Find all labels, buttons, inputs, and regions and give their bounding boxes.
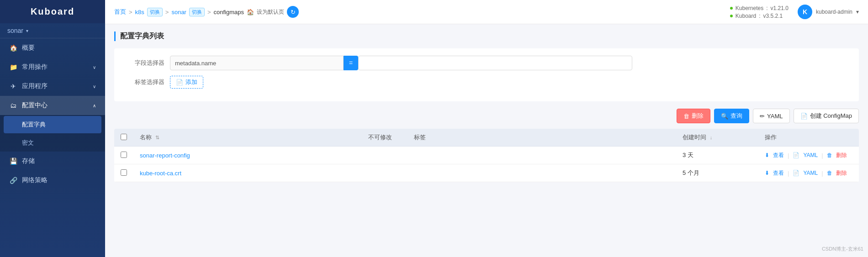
query-button[interactable]: 🔍 查询: [714, 109, 749, 123]
set-default-page[interactable]: 设为默认页: [257, 8, 284, 16]
sidebar-sub-label: 配置字典: [22, 121, 46, 129]
row-tags-cell: [408, 164, 676, 182]
query-label: 查询: [730, 112, 742, 120]
kubernetes-version: v1.21.0: [771, 5, 789, 11]
sidebar-item-common-ops[interactable]: 📁 常用操作 ∨: [0, 58, 105, 77]
main-content: 首页 > k8s 切换 > sonar 切换 > configmaps 🏠 设为…: [105, 0, 868, 257]
trash-icon: 🗑: [827, 170, 832, 176]
yaml-button[interactable]: ✏ YAML: [753, 109, 789, 123]
table-row: sonar-report-config 3 天: [114, 147, 859, 164]
configmap-name-link[interactable]: sonar-report-config: [140, 152, 190, 159]
delete-link[interactable]: 删除: [836, 169, 847, 177]
row-created-cell: 5 个月: [676, 164, 758, 182]
divider: |: [788, 152, 789, 159]
sidebar-item-overview[interactable]: 🏠 概要: [0, 38, 105, 58]
trash-icon: 🗑: [827, 152, 832, 158]
breadcrumb-namespace-switch[interactable]: 切换: [189, 8, 205, 16]
sidebar-item-apps[interactable]: ✈ 应用程序 ∨: [0, 77, 105, 96]
user-menu[interactable]: K kuboard-admin ▾: [798, 5, 859, 19]
field-selector-input[interactable]: [170, 56, 344, 70]
row-immutable-cell: [362, 147, 408, 164]
yaml-link[interactable]: YAML: [803, 152, 818, 158]
user-chevron: ▾: [856, 9, 859, 15]
table: 名称 ⇅ 不可修改 标签 创建时间 ↓: [114, 129, 859, 182]
delete-link[interactable]: 删除: [836, 152, 847, 159]
field-selector-row: 字段选择器 =: [123, 56, 850, 70]
storage-icon: 💾: [9, 157, 17, 165]
sidebar-item-config-dict[interactable]: 配置字典: [4, 116, 101, 133]
row-name-cell: sonar-report-config: [133, 147, 362, 164]
field-value-input[interactable]: [358, 56, 632, 70]
kube-info: Kubernetes : v1.21.0 Kuboard : v3.5.2.1: [730, 5, 789, 19]
home-icon: 🏠: [247, 9, 254, 16]
col-created-header[interactable]: 创建时间 ↓: [676, 129, 758, 147]
apps-icon: ✈: [9, 83, 17, 90]
breadcrumb-namespace[interactable]: sonar: [171, 9, 186, 16]
refresh-button[interactable]: ↻: [287, 6, 299, 18]
table-header-row: 名称 ⇅ 不可修改 标签 创建时间 ↓: [114, 129, 859, 147]
created-value: 5 个月: [683, 169, 699, 176]
kuboard-dot: [730, 15, 733, 17]
header: 首页 > k8s 切换 > sonar 切换 > configmaps 🏠 设为…: [105, 0, 868, 24]
breadcrumb-sep: >: [129, 9, 132, 16]
kuboard-colon: :: [759, 13, 760, 19]
delete-button[interactable]: 🗑 删除: [677, 109, 710, 123]
view-link[interactable]: 查看: [773, 152, 784, 159]
col-created-label: 创建时间: [683, 134, 706, 141]
chevron-down-icon: ∨: [93, 84, 96, 89]
col-name-header[interactable]: 名称 ⇅: [133, 129, 362, 147]
sidebar-item-label: 概要: [22, 44, 35, 52]
breadcrumb-sep3: >: [207, 9, 211, 16]
sidebar-item-label: 应用程序: [22, 82, 48, 90]
breadcrumb-cluster-switch[interactable]: 切换: [147, 8, 163, 16]
field-selector-label: 字段选择器: [123, 59, 164, 67]
add-tag-button[interactable]: 📄 添加: [170, 76, 203, 89]
view-link[interactable]: 查看: [773, 169, 784, 177]
row-checkbox[interactable]: [121, 152, 127, 158]
watermark: CSDN博主-玄米61: [822, 246, 863, 252]
row-name-cell: kube-root-ca.crt: [133, 164, 362, 182]
row-immutable-cell: [362, 164, 408, 182]
yaml-label: YAML: [767, 113, 783, 120]
sidebar-item-label: 存储: [22, 157, 35, 165]
sidebar-item-storage[interactable]: 💾 存储: [0, 152, 105, 171]
col-tags-header: 标签: [408, 129, 676, 147]
sidebar-item-label: 配置中心: [22, 101, 48, 110]
col-actions-header: 操作: [758, 129, 859, 147]
config-center-submenu: 配置字典 密文: [0, 115, 105, 152]
kuboard-version-row: Kuboard : v3.5.2.1: [730, 13, 789, 19]
create-label: 创建 ConfigMap: [810, 112, 852, 120]
sidebar-item-config-center[interactable]: 🗂 配置中心 ∧: [0, 96, 105, 115]
col-immutable-label: 不可修改: [368, 134, 392, 141]
table-row: kube-root-ca.crt 5 个月: [114, 164, 859, 182]
create-configmap-button[interactable]: 📄 创建 ConfigMap: [794, 109, 859, 123]
tag-selector-row: 标签选择器 📄 添加: [123, 76, 850, 89]
col-check-header: [114, 129, 133, 147]
eq-button[interactable]: =: [344, 56, 358, 70]
chevron-down-icon: ∨: [93, 65, 96, 70]
sidebar-item-network[interactable]: 🔗 网络策略: [0, 171, 105, 190]
breadcrumb-home[interactable]: 首页: [114, 8, 126, 16]
network-icon: 🔗: [9, 177, 17, 184]
breadcrumb-cluster[interactable]: k8s: [135, 9, 144, 16]
sidebar-item-label: 网络策略: [22, 176, 48, 184]
kubernetes-version-row: Kubernetes : v1.21.0: [730, 5, 789, 11]
kubernetes-colon: :: [766, 5, 767, 11]
row-tags-cell: [408, 147, 676, 164]
tag-selector-label: 标签选择器: [123, 78, 164, 86]
created-value: 3 天: [683, 152, 693, 158]
col-tags-label: 标签: [414, 134, 426, 141]
row-checkbox[interactable]: [121, 169, 127, 176]
action-links: ⬇ 查看 | 📄 YAML | 🗑 删除: [765, 152, 852, 159]
sidebar-item-secrets[interactable]: 密文: [0, 134, 105, 152]
row-check-cell: [114, 164, 133, 182]
namespace-selector[interactable]: sonar ▾: [0, 23, 105, 38]
yaml-link[interactable]: YAML: [803, 170, 818, 176]
sort-down-icon: ↓: [710, 135, 713, 140]
header-right: Kubernetes : v1.21.0 Kuboard : v3.5.2.1 …: [730, 5, 859, 19]
configmap-name-link[interactable]: kube-root-ca.crt: [140, 170, 181, 177]
field-selector-input-group: =: [170, 56, 632, 70]
configmap-table: 名称 ⇅ 不可修改 标签 创建时间 ↓: [114, 129, 859, 182]
select-all-checkbox[interactable]: [121, 134, 127, 140]
sort-icon: ⇅: [155, 135, 159, 140]
